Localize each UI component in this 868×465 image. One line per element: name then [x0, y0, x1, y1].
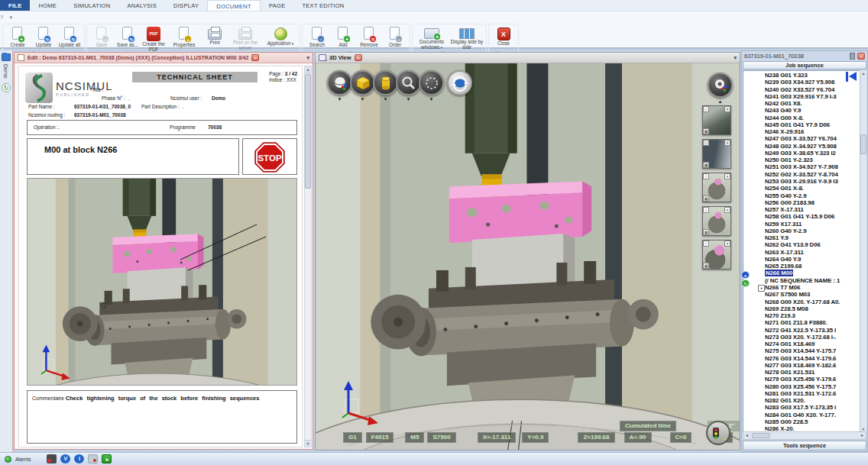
nc-block-row[interactable]: N262 G41 Y13.9 D06 — [743, 241, 860, 248]
stock-view-button[interactable] — [373, 70, 398, 95]
nc-block-row[interactable]: N284 G01 G40 X20. Y-177. — [743, 412, 860, 418]
nc-block-row[interactable]: N260 G40 Y-2.9 — [743, 228, 860, 234]
ribbon-tab[interactable]: PAGE — [261, 0, 293, 11]
ribbon-tab[interactable]: FILE — [0, 0, 30, 11]
nc-block-row[interactable]: N266 T7 M06 — [743, 284, 860, 291]
viewport-control-button[interactable] — [706, 421, 730, 445]
document-window-titlebar[interactable]: Edit : Demo 637319-01-M01_70038 (Demo) (… — [15, 53, 313, 63]
nc-block-row[interactable]: N252 G02 X-33.527 Y-8.704 — [743, 171, 860, 178]
nc-block-row[interactable]: N274 G01 X18.469 — [743, 341, 860, 347]
nc-block-list[interactable]: N238 G01 Y.323N239 G03 X34.927 Y5.908N24… — [743, 70, 861, 432]
print-button[interactable]: Print — [202, 24, 228, 46]
side-by-side-button[interactable]: Display side by side — [449, 24, 484, 50]
nc-block-row[interactable]: N259 X17.311 — [743, 221, 860, 228]
zoom-caret-icon[interactable] — [396, 97, 421, 102]
nc-block-row[interactable]: N273 G03 X20. Y-172.68 I-. — [743, 334, 860, 341]
nc-block-row[interactable]: N266 M00 — [743, 270, 860, 276]
nc-block-row[interactable]: N253 G03 X-29.916 Y-9.9 I3 — [743, 178, 860, 185]
nc-block-row[interactable]: N257 X-17.311 — [743, 206, 860, 213]
update-all-button[interactable]: Update all — [57, 24, 83, 48]
documents-windows-button[interactable]: Documents windows — [414, 24, 449, 50]
settings-axes-caret-icon[interactable] — [708, 99, 733, 104]
nc-block-row[interactable]: N277 G03 X18.469 Y-182.6 — [743, 362, 860, 369]
nc-block-row[interactable]: N276 G03 X14.544 Y-179.6 — [743, 355, 860, 362]
view-thumbnail[interactable] — [702, 240, 731, 270]
nc-block-row[interactable]: N248 G02 X-34.927 Y5.908 — [743, 143, 860, 150]
nc-block-row[interactable]: N246 X-29.916 — [743, 128, 860, 135]
thumb-close-icon[interactable] — [724, 106, 730, 112]
view-orientation-button[interactable] — [327, 70, 352, 95]
nc-block-row[interactable]: N263 X-17.311 — [743, 249, 860, 256]
ribbon-tab[interactable]: ANALYSIS — [118, 0, 165, 11]
thumb-grid-icon[interactable] — [703, 128, 709, 134]
verification-icon[interactable] — [60, 454, 70, 463]
scroll-thumb[interactable] — [860, 134, 866, 154]
view-thumbnail[interactable] — [702, 139, 731, 169]
selection-button[interactable] — [419, 70, 444, 95]
zoom-button[interactable]: + — [396, 70, 421, 95]
nc-block-row[interactable]: N269 Z28.5 M08 — [743, 305, 860, 312]
thumb-zoom-icon[interactable] — [703, 241, 709, 247]
thumb-close-icon[interactable] — [724, 173, 730, 179]
folder-icon[interactable] — [2, 53, 11, 61]
3d-viewport[interactable]: + G1F4915M5S7500X=-17.311Y=0.9Z=199.68A=… — [316, 63, 740, 450]
nc-block-row[interactable]: N239 G03 X34.927 Y5.908 — [743, 79, 860, 86]
thumb-grid-icon[interactable] — [703, 195, 709, 202]
nc-block-row[interactable]: N249 G03 X-38.65 Y.323 I2 — [743, 150, 860, 157]
nc-block-row[interactable]: N254 G01 X-8. — [743, 185, 860, 192]
minimize-ribbon-icon[interactable] — [9, 11, 12, 23]
tools-sequence-header[interactable]: Tools sequence — [743, 441, 866, 450]
thumb-zoom-icon[interactable] — [703, 207, 709, 213]
nc-block-row[interactable]: N245 G01 G41 Y7.9 D06 — [743, 121, 860, 128]
scroll-left-icon[interactable] — [743, 432, 750, 439]
selection-caret-icon[interactable] — [419, 97, 444, 102]
view-thumbnail[interactable] — [702, 173, 731, 202]
nc-block-row[interactable]: N268 G00 X20. Y-177.68 A0. — [743, 299, 860, 305]
list-horizontal-scrollbar[interactable] — [743, 431, 866, 440]
thumb-close-icon[interactable] — [724, 241, 730, 247]
nc-block-row[interactable]: N244 G00 X-8. — [743, 115, 860, 121]
window-menu-caret-icon[interactable] — [306, 55, 309, 61]
scroll-up-icon[interactable]: ▲ — [305, 66, 311, 73]
pin-icon[interactable] — [850, 53, 855, 60]
save-button[interactable]: Save — [89, 24, 115, 48]
nc-block-row[interactable]: N278 G01 X21.531 — [743, 369, 860, 376]
properties-button[interactable]: Properties — [167, 24, 202, 48]
save-as-button[interactable]: Save as... — [115, 24, 141, 48]
viewer-titlebar[interactable]: 3D View — [316, 53, 740, 63]
nc-block-row[interactable]: N265 Z199.68 — [743, 263, 860, 270]
sync-icon[interactable] — [2, 83, 11, 92]
scroll-thumb[interactable] — [305, 74, 311, 189]
rotate-view-button[interactable] — [447, 70, 472, 95]
job-sequence-header[interactable]: Job sequence — [743, 61, 866, 69]
view-orientation-caret-icon[interactable] — [327, 97, 352, 102]
order-button[interactable]: Order — [382, 24, 408, 48]
scroll-up-icon[interactable] — [860, 70, 866, 76]
ribbon-tab[interactable]: DOCUMENT — [207, 0, 261, 11]
nc-block-row[interactable]: N283 G03 X17.5 Y-173.35 I — [743, 404, 860, 411]
nc-block-row[interactable]: N250 G01 Y-2.323 — [743, 157, 860, 163]
nc-block-row[interactable]: N270 Z19.3 — [743, 312, 860, 319]
view-thumbnail[interactable] — [702, 105, 731, 135]
thumb-zoom-icon[interactable] — [703, 173, 709, 179]
remove-button[interactable]: Remove — [356, 24, 382, 48]
close-document-icon[interactable] — [251, 54, 259, 61]
ribbon-tab[interactable]: HOME — [30, 0, 65, 11]
close-button[interactable]: Close — [491, 24, 517, 47]
help-icon[interactable]: ? — [0, 11, 3, 23]
settings-axes-button[interactable] — [708, 73, 733, 98]
nc-block-row[interactable]: N247 G03 X-33.527 Y6.704 — [743, 135, 860, 142]
sidebar-titlebar[interactable]: 637319-01-M01_70038 — [742, 51, 867, 61]
info-icon[interactable] — [74, 454, 84, 463]
update-button[interactable]: Update — [31, 24, 57, 48]
nc-block-row[interactable]: N279 G03 X25.456 Y-179.6 — [743, 376, 860, 383]
search-button[interactable]: Search — [304, 24, 330, 48]
nc-block-row[interactable]: N238 G01 Y.323 — [743, 72, 860, 79]
nc-block-row[interactable]: N272 G41 X22.5 Y-173.35 I — [743, 327, 860, 334]
nc-block-row[interactable]: N267 S7500 M03 — [743, 291, 860, 298]
nc-block-row[interactable]: N285 G00 Z28.5 — [743, 418, 860, 425]
display-mode-button[interactable] — [350, 70, 375, 95]
create-button[interactable]: Create — [5, 24, 31, 48]
scroll-thumb[interactable] — [752, 433, 770, 438]
ribbon-tab[interactable]: DISPLAY — [165, 0, 207, 11]
